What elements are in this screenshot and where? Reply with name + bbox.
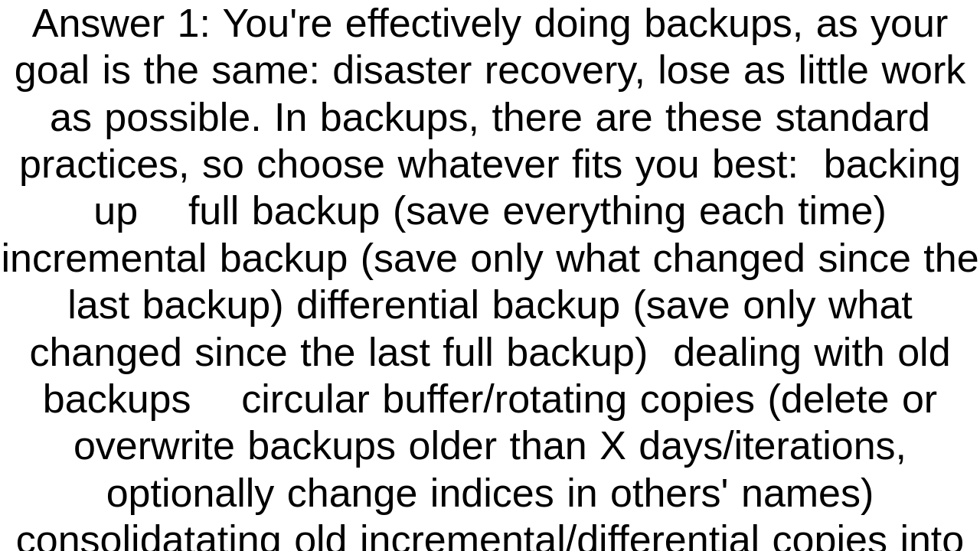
- answer-text: Answer 1: You're effectively doing backu…: [0, 0, 980, 551]
- main-content: Answer 1: You're effectively doing backu…: [0, 0, 980, 551]
